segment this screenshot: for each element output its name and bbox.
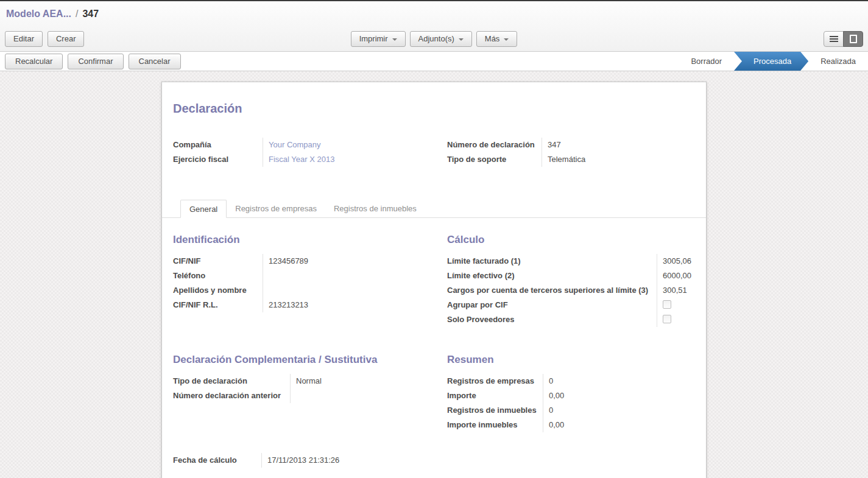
declaration-number-value: 347 xyxy=(542,138,697,152)
attachments-dropdown-button[interactable]: Adjunto(s) xyxy=(410,31,472,47)
fecha-calculo-label: Fecha de cálculo xyxy=(173,453,261,468)
limite-efectivo-value: 6000,00 xyxy=(657,269,697,283)
tab-registros-de-inmuebles[interactable]: Registros de inmuebles xyxy=(325,200,425,218)
field-row-tipo-declaracion: Tipo de declaración Normal xyxy=(173,374,436,388)
form-sheet: Declaración Compañía Your Company Ejerci… xyxy=(161,82,707,478)
identificacion-title: Identificación xyxy=(173,234,436,246)
solo-proveedores-label: Solo Proveedores xyxy=(447,312,657,327)
calculo-title: Cálculo xyxy=(447,234,697,246)
breadcrumb-separator: / xyxy=(76,9,78,19)
tab-general[interactable]: General xyxy=(180,200,227,218)
numero-anterior-label: Número declaración anterior xyxy=(173,388,290,403)
tab-page-general: Identificación CIF/NIF 123456789 Teléfon… xyxy=(173,234,696,432)
section-resumen: Resumen Registros de empresas 0 Importe … xyxy=(447,354,697,432)
cif-nif-value: 123456789 xyxy=(263,254,436,269)
breadcrumb-current: 347 xyxy=(82,9,99,19)
sheet-title: Declaración xyxy=(173,102,696,116)
agrupar-por-cif-checkbox[interactable] xyxy=(663,300,671,309)
field-row-numero-anterior: Número declaración anterior xyxy=(173,388,436,403)
importe-label: Importe xyxy=(447,388,543,403)
importe-inmuebles-value: 0,00 xyxy=(543,418,697,432)
registros-empresas-value: 0 xyxy=(543,374,697,388)
importe-inmuebles-label: Importe inmuebles xyxy=(447,418,543,432)
workflow-buttons: Recalcular Confirmar Cancelar xyxy=(5,54,181,69)
status-step-realizada: Realizada xyxy=(810,52,866,71)
notebook: General Registros de empresas Registros … xyxy=(173,200,696,218)
content-area: Declaración Compañía Your Company Ejerci… xyxy=(0,71,868,478)
form-icon xyxy=(850,35,857,43)
limite-efectivo-label: Límite efectivo (2) xyxy=(447,269,657,283)
registros-inmuebles-value: 0 xyxy=(543,403,697,418)
limite-facturado-value: 3005,06 xyxy=(657,254,697,269)
group-declaration-left: Compañía Your Company Ejercicio fiscal F… xyxy=(173,138,436,167)
field-row-support-type: Tipo de soporte Telemática xyxy=(447,152,697,167)
solo-proveedores-cell xyxy=(657,312,697,327)
record-actions: Editar Crear xyxy=(5,31,351,47)
field-row-limite-efectivo: Límite efectivo (2) 6000,00 xyxy=(447,269,697,283)
chevron-down-icon xyxy=(392,38,397,41)
registros-empresas-label: Registros de empresas xyxy=(447,374,543,388)
limite-facturado-label: Límite facturado (1) xyxy=(447,254,657,269)
solo-proveedores-checkbox[interactable] xyxy=(663,315,671,323)
top-field-groups: Compañía Your Company Ejercicio fiscal F… xyxy=(173,138,696,167)
tab-bar: General Registros de empresas Registros … xyxy=(162,200,706,218)
complementaria-title: Declaración Complementaria / Sustitutiva xyxy=(173,354,436,366)
field-row-fecha-calculo: Fecha de cálculo 17/11/2013 21:31:26 xyxy=(173,453,436,468)
cargos-terceros-label: Cargos por cuenta de terceros superiores… xyxy=(447,283,657,298)
numero-anterior-value xyxy=(290,388,436,403)
confirm-button[interactable]: Confirmar xyxy=(68,54,123,69)
actions-row: Editar Crear Imprimir Adjunto(s) Más xyxy=(0,27,868,51)
form-statusbar: Recalcular Confirmar Cancelar Borrador P… xyxy=(0,51,868,71)
print-dropdown-button[interactable]: Imprimir xyxy=(351,31,406,47)
screen: Modelo AEA... / 347 Editar Crear Imprimi… xyxy=(0,0,868,478)
field-row-company: Compañía Your Company xyxy=(173,138,436,152)
fiscal-year-label: Ejercicio fiscal xyxy=(173,152,263,167)
support-type-value: Telemática xyxy=(542,152,697,167)
fecha-calculo-value: 17/11/2013 21:31:26 xyxy=(261,453,436,468)
edit-button[interactable]: Editar xyxy=(5,31,43,47)
view-manager-header: Modelo AEA... / 347 Editar Crear Imprimi… xyxy=(0,1,868,51)
field-row-declaration-number: Número de declaración 347 xyxy=(447,138,697,152)
field-row-cif-nif: CIF/NIF 123456789 xyxy=(173,254,436,269)
field-row-registros-empresas: Registros de empresas 0 xyxy=(447,374,697,388)
cancel-button[interactable]: Cancelar xyxy=(129,54,181,69)
company-value-link[interactable]: Your Company xyxy=(263,138,436,152)
breadcrumb: Modelo AEA... / 347 xyxy=(0,1,868,27)
field-row-limite-facturado: Límite facturado (1) 3005,06 xyxy=(447,254,697,269)
view-switcher xyxy=(517,31,863,47)
resumen-title: Resumen xyxy=(447,354,697,366)
chevron-down-icon xyxy=(504,38,509,41)
status-step-borrador: Borrador xyxy=(680,52,732,71)
tipo-declaracion-value: Normal xyxy=(290,374,436,388)
field-row-importe-inmuebles: Importe inmuebles 0,00 xyxy=(447,418,697,432)
field-row-agrupar-por-cif: Agrupar por CIF xyxy=(447,298,697,312)
section-calculo: Cálculo Límite facturado (1) 3005,06 Lím… xyxy=(447,234,697,327)
more-dropdown-button[interactable]: Más xyxy=(476,31,518,47)
declaration-number-label: Número de declaración xyxy=(447,138,542,152)
tipo-declaracion-label: Tipo de declaración xyxy=(173,374,290,388)
agrupar-por-cif-cell xyxy=(657,298,697,312)
chevron-down-icon xyxy=(459,38,464,41)
list-view-button[interactable] xyxy=(824,31,844,47)
recalculate-button[interactable]: Recalcular xyxy=(5,54,63,69)
agrupar-por-cif-label: Agrupar por CIF xyxy=(447,298,657,312)
more-label: Más xyxy=(485,34,500,43)
company-label: Compañía xyxy=(173,138,263,152)
cif-nif-rl-label: CIF/NIF R.L. xyxy=(173,298,263,312)
breadcrumb-parent-link[interactable]: Modelo AEA... xyxy=(6,9,71,19)
field-row-importe: Importe 0,00 xyxy=(447,388,697,403)
support-type-label: Tipo de soporte xyxy=(447,152,542,167)
field-row-apellidos-nombre: Apellidos y nombre xyxy=(173,283,436,298)
apellidos-nombre-value xyxy=(263,283,436,298)
attachments-label: Adjunto(s) xyxy=(418,34,454,43)
group-declaration-right: Número de declaración 347 Tipo de soport… xyxy=(447,138,697,167)
cargos-terceros-value: 300,51 xyxy=(657,283,697,298)
field-row-telefono: Teléfono xyxy=(173,269,436,283)
tab-registros-de-empresas[interactable]: Registros de empresas xyxy=(227,200,325,218)
section-identificacion: Identificación CIF/NIF 123456789 Teléfon… xyxy=(173,234,436,312)
document-actions: Imprimir Adjunto(s) Más xyxy=(351,31,518,47)
fiscal-year-value-link[interactable]: Fiscal Year X 2013 xyxy=(263,152,436,167)
form-view-button[interactable] xyxy=(843,31,863,47)
create-button[interactable]: Crear xyxy=(48,31,85,47)
section-complementaria: Declaración Complementaria / Sustitutiva… xyxy=(173,354,436,403)
